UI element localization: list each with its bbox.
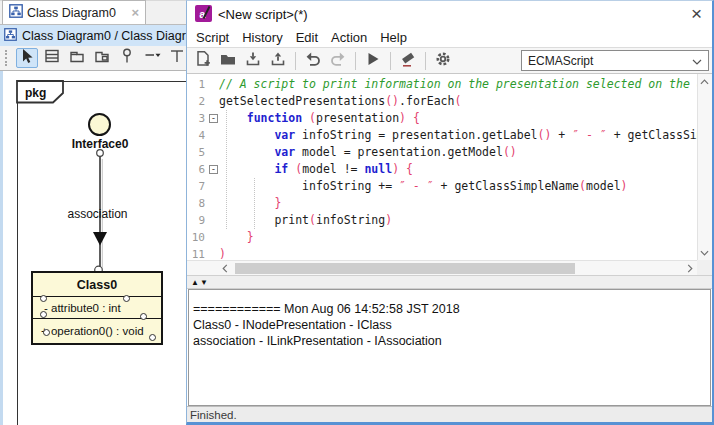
language-selector[interactable]: ECMAScript (521, 50, 709, 71)
redo-icon (329, 50, 347, 72)
window-close-icon[interactable]: × (691, 3, 702, 25)
scroll-right-icon[interactable] (682, 261, 697, 276)
subsystem-tool[interactable] (91, 48, 113, 68)
scroll-left-icon[interactable] (217, 261, 232, 276)
toolbar-separator (295, 52, 296, 70)
code-line[interactable]: 6- if (model != null) { (187, 161, 697, 178)
pane-splitter[interactable]: ▲▼ (187, 276, 712, 289)
class-tool[interactable] (41, 48, 63, 68)
code-text: } (219, 195, 697, 212)
menu-item-history[interactable]: History (242, 30, 282, 45)
vertical-scrollbar[interactable] (697, 74, 712, 260)
toolbar-separator (390, 52, 391, 70)
script-editor-window: a <New script>(*) × ScriptHistoryEditAct… (186, 0, 714, 425)
language-selector-value: ECMAScript (528, 54, 593, 68)
association-tool[interactable] (141, 48, 163, 68)
code-text: var model = presentation.getModel() (219, 144, 697, 161)
script-toolbar: ECMAScript (187, 47, 712, 74)
package-folder-icon (68, 47, 86, 69)
code-line[interactable]: 2getSelectedPresentations().forEach( (187, 93, 697, 110)
scrollbar-corner (697, 260, 712, 275)
fold-column (208, 212, 219, 229)
tab-close-icon[interactable]: × (131, 6, 139, 19)
undo-button[interactable] (302, 50, 324, 72)
clear-console-icon (399, 50, 417, 72)
scrollbar-thumb[interactable] (235, 263, 575, 274)
menu-item-edit[interactable]: Edit (296, 30, 318, 45)
menu-item-help[interactable]: Help (380, 30, 407, 45)
settings-button[interactable] (432, 50, 454, 72)
import-script-icon (244, 50, 262, 72)
line-number: 7 (187, 178, 208, 195)
code-editor[interactable]: 1// A script to print information on the… (187, 74, 712, 276)
code-text: var infoString = presentation.getLabel()… (219, 127, 697, 144)
code-text: // A script to print information on the … (219, 76, 697, 93)
scroll-down-icon[interactable] (697, 245, 712, 260)
interface-lollipop[interactable] (88, 113, 111, 136)
clear-console-button[interactable] (397, 50, 419, 72)
selection-handle[interactable] (40, 311, 47, 318)
chevron-down-icon (692, 54, 702, 68)
horizontal-scrollbar[interactable] (187, 260, 697, 275)
run-button[interactable] (362, 50, 384, 72)
menu-item-action[interactable]: Action (331, 30, 367, 45)
class-diagram-icon (4, 28, 17, 44)
code-line[interactable]: 5 var model = presentation.getModel() (187, 144, 697, 161)
redo-button[interactable] (327, 50, 349, 72)
class-node[interactable]: Class0 - attribute0 : int + operation0()… (31, 271, 163, 345)
line-number: 3 (187, 110, 208, 127)
fold-column (208, 229, 219, 246)
association-arrowhead (93, 232, 107, 246)
code-area[interactable]: 1// A script to print information on the… (187, 74, 697, 260)
script-menu-bar: ScriptHistoryEditActionHelp (187, 28, 712, 47)
open-script-icon (219, 50, 237, 72)
import-script-button[interactable] (242, 50, 264, 72)
class-box-icon (43, 47, 61, 69)
line-number: 4 (187, 127, 208, 144)
script-window-titlebar[interactable]: a <New script>(*) × (187, 1, 712, 28)
note-anchor-tool[interactable] (166, 48, 188, 68)
new-script-button[interactable] (192, 50, 214, 72)
astah-script-icon: a (195, 5, 212, 25)
selection-handle[interactable] (43, 329, 50, 336)
selection-handle[interactable] (140, 313, 147, 320)
selection-handle[interactable] (123, 295, 130, 302)
console-line: association - ILinkPresentation - IAssoc… (193, 333, 706, 349)
fold-marker-icon[interactable]: - (209, 114, 218, 123)
settings-gear-icon (434, 50, 452, 72)
diagram-tab[interactable]: Class Diagram0 × (2, 0, 146, 24)
run-icon (364, 50, 382, 72)
splitter-collapse-icons[interactable]: ▲▼ (191, 278, 209, 287)
console-output[interactable]: ============ Mon Aug 06 14:52:58 JST 201… (188, 289, 711, 406)
console-line: Class0 - INodePresentation - IClass (193, 317, 706, 333)
code-text: getSelectedPresentations().forEach( (219, 93, 697, 110)
select-tool[interactable] (16, 48, 38, 68)
selection-handle[interactable] (40, 295, 47, 302)
pin-tool[interactable] (116, 48, 138, 68)
line-number: 6 (187, 161, 208, 178)
fold-column (208, 195, 219, 212)
package-tool[interactable] (66, 48, 88, 68)
selection-handle[interactable] (149, 334, 156, 341)
toolbar-separator (355, 52, 356, 70)
line-number: 10 (187, 229, 208, 246)
app-screen: Class Diagram0 × Class Diagram0 / Class … (0, 0, 714, 425)
code-line[interactable]: 8 } (187, 195, 697, 212)
code-line[interactable]: 4 var infoString = presentation.getLabel… (187, 127, 697, 144)
fold-marker-icon[interactable]: - (209, 165, 218, 174)
code-line[interactable]: 7 infoString += ″ - ″ + getClassSimpleNa… (187, 178, 697, 195)
code-line[interactable]: 9 print(infoString) (187, 212, 697, 229)
menu-item-script[interactable]: Script (196, 30, 229, 45)
code-line[interactable]: 10 } (187, 229, 697, 246)
code-text: function (presentation) { (219, 110, 697, 127)
open-script-button[interactable] (217, 50, 239, 72)
code-line[interactable]: 1// A script to print information on the… (187, 76, 697, 93)
association-line-icon (143, 47, 161, 69)
export-script-button[interactable] (267, 50, 289, 72)
code-line[interactable]: 3- function (presentation) { (187, 110, 697, 127)
class-diagram-icon (9, 4, 23, 21)
scroll-up-icon[interactable] (697, 74, 712, 89)
code-line[interactable]: 11) (187, 246, 697, 260)
fold-column: - (208, 110, 219, 127)
toolbar-grip[interactable] (5, 50, 8, 66)
